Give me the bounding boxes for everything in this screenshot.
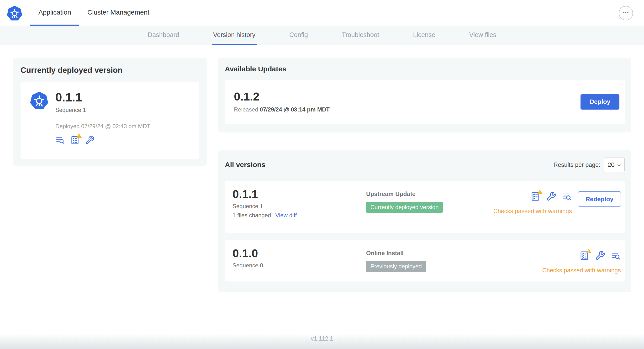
results-per-page-label: Results per page: [554,161,600,168]
subnav-item-view-files[interactable]: View files [468,26,498,45]
app-version-footer: v1.112.1 [0,335,644,342]
available-updates-card: Available Updates 0.1.2 Released 07/29/2… [218,58,631,132]
chevron-down-icon [617,161,621,168]
view-diff-link[interactable]: View diff [275,212,297,219]
config-wrench-icon[interactable] [595,251,605,261]
subnav-item-license[interactable]: License [412,26,437,45]
warning-triangle-icon [586,248,592,253]
preflight-checklist-icon[interactable] [70,135,80,145]
preflight-checklist-icon[interactable] [579,251,589,261]
subnav-item-config[interactable]: Config [288,26,309,45]
version-sequence: Sequence 1 [232,203,366,210]
version-row: 0.1.1 Sequence 1 1 files changed View di… [225,181,625,233]
more-menu-button[interactable] [619,6,633,20]
available-updates-title: Available Updates [225,65,625,73]
deployed-sequence: Sequence 1 [56,107,150,114]
version-row-info: 0.1.0 Sequence 0 [232,248,366,274]
results-per-page-select[interactable]: 20 [604,158,625,172]
config-wrench-icon[interactable] [85,135,94,145]
subnav-item-version-history[interactable]: Version history [212,26,257,45]
subnav-item-dashboard[interactable]: Dashboard [146,26,181,45]
version-source-block: Upstream Update Currently deployed versi… [366,188,494,225]
config-wrench-icon[interactable] [546,192,556,202]
deploy-logs-icon[interactable] [562,192,572,202]
main-content: Currently deployed version 0.1.1 Sequenc [0,45,644,292]
version-row: 0.1.0 Sequence 0 Online Install Previous… [225,240,625,282]
version-number: 0.1.1 [232,188,366,200]
preflight-status-text[interactable]: Checks passed with warnings [494,208,572,214]
version-source-block: Online Install Previously deployed [366,248,542,274]
currently-deployed-card: Currently deployed version 0.1.1 Sequenc [13,58,207,166]
status-badge: Currently deployed version [366,202,443,213]
files-changed-label: 1 files changed [232,212,271,219]
all-versions-card: All versions Results per page: 20 [218,150,631,292]
page: Application Cluster Management Dashboard… [0,0,644,349]
top-nav: Application Cluster Management [0,0,644,26]
deployed-version-panel: 0.1.1 Sequence 1 Deployed 07/29/24 @ 02:… [20,82,199,159]
warning-triangle-icon [76,133,82,138]
version-actions: Checks passed with warnings Redeploy [494,188,621,225]
all-versions-title: All versions [225,161,266,169]
ellipsis-icon [622,8,630,18]
update-version-number: 0.1.2 [234,91,330,102]
version-source: Online Install [366,250,542,256]
version-sequence: Sequence 0 [232,262,366,269]
kubernetes-logo-icon [7,0,22,26]
deployed-actions [56,135,150,145]
deploy-button[interactable]: Deploy [580,94,620,110]
tab-application[interactable]: Application [30,0,79,26]
preflight-checklist-icon[interactable] [530,192,540,202]
version-number: 0.1.0 [232,248,366,259]
results-per-page-value: 20 [608,161,615,168]
version-row-info: 0.1.1 Sequence 1 1 files changed View di… [232,188,366,225]
currently-deployed-title: Currently deployed version [20,66,199,75]
version-source: Upstream Update [366,190,494,198]
deployed-version-number: 0.1.1 [56,92,150,103]
update-released-date: Released 07/29/24 @ 03:14 pm MDT [234,106,330,113]
right-column: Available Updates 0.1.2 Released 07/29/2… [218,58,631,292]
subnav-item-troubleshoot[interactable]: Troubleshoot [340,26,381,45]
deployed-date: Deployed 07/29/24 @ 02:43 pm MDT [56,123,150,130]
kubernetes-logo-icon [30,92,48,150]
tab-cluster-management[interactable]: Cluster Management [79,0,158,26]
version-actions: Checks passed with warnings [542,248,621,274]
deploy-logs-icon[interactable] [56,135,65,145]
deploy-logs-icon[interactable] [611,251,621,261]
available-update-row: 0.1.2 Released 07/29/24 @ 03:14 pm MDT D… [225,80,625,124]
warning-triangle-icon [537,189,542,194]
status-badge: Previously deployed [366,261,426,272]
redeploy-button[interactable]: Redeploy [578,192,621,207]
preflight-status-text[interactable]: Checks passed with warnings [542,267,621,274]
all-versions-header: All versions Results per page: 20 [225,158,625,172]
app-subnav: Dashboard Version history Config Trouble… [0,26,644,45]
results-per-page: Results per page: 20 [554,158,625,172]
